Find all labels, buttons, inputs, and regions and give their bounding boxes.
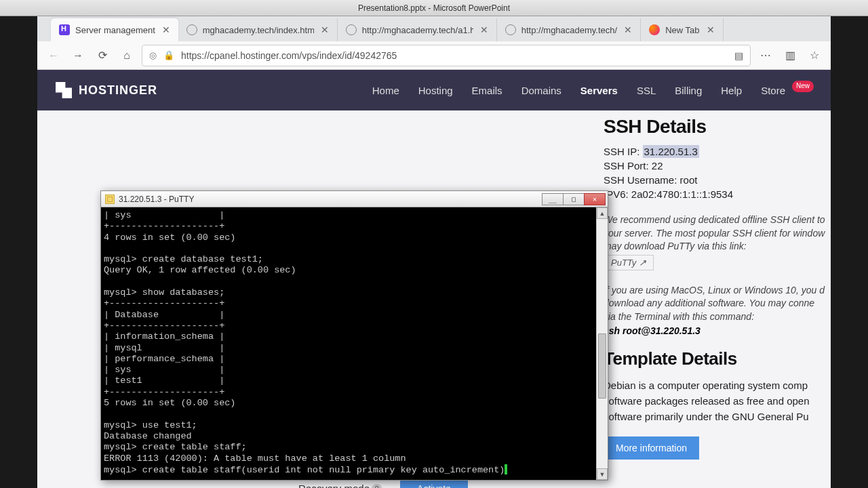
site-header: HOSTINGER HomeHostingEmailsDomainsServer… <box>37 70 831 110</box>
nav-home-button[interactable]: ⌂ <box>117 46 136 65</box>
browser-tab[interactable]: New Tab✕ <box>641 18 723 41</box>
tab-close-icon[interactable]: ✕ <box>623 24 633 35</box>
scroll-thumb[interactable] <box>598 333 606 399</box>
terminal-cursor <box>505 464 507 474</box>
template-description: Debian is a computer operating system co… <box>604 378 828 425</box>
page-content: HOSTINGER HomeHostingEmailsDomainsServer… <box>37 70 831 488</box>
minimize-button[interactable]: __ <box>542 193 564 205</box>
browser-tab[interactable]: http://mghacademy.tech/✕ <box>497 18 641 41</box>
nav-forward-button[interactable]: → <box>68 46 87 65</box>
putty-download-link[interactable]: PuTTy ↗ <box>604 255 654 270</box>
browser-tab[interactable]: http://mghacademy.tech/a1.ht✕ <box>338 18 497 41</box>
tracking-shield-icon: ◎ <box>149 50 157 60</box>
ssh-command: ssh root@31.220.51.3 <box>604 325 828 336</box>
tab-title: mghacademy.tech/index.html <box>203 25 314 35</box>
more-information-button[interactable]: More information <box>604 436 699 460</box>
url-text: https://cpanel.hostinger.com/vps/index/i… <box>181 50 728 61</box>
nav-link-emails[interactable]: Emails <box>472 85 502 96</box>
maximize-button[interactable]: □ <box>563 193 585 205</box>
hostinger-favicon-icon <box>59 24 70 35</box>
putty-titlebar[interactable]: 31.220.51.3 - PuTTY __ □ ✕ <box>101 191 608 207</box>
tab-title: New Tab <box>665 25 699 35</box>
firefox-favicon-icon <box>649 24 660 35</box>
nav-link-billing[interactable]: Billing <box>675 85 702 96</box>
putty-title-text: 31.220.51.3 - PuTTY <box>119 195 194 204</box>
nav-link-hosting[interactable]: Hosting <box>418 85 453 96</box>
ssh-details-heading: SSH Details <box>604 116 828 138</box>
ssh-recommend-text-2: If you are using MacOS, Linux or Windows… <box>604 284 828 324</box>
tab-close-icon[interactable]: ✕ <box>705 24 716 35</box>
logo-text: HOSTINGER <box>79 83 157 98</box>
new-badge: New <box>792 81 814 92</box>
scroll-down-arrow-icon[interactable]: ▼ <box>597 468 608 480</box>
nav-link-servers[interactable]: Servers <box>580 85 618 96</box>
ssh-ip-row: SSH IP: 31.220.51.3 <box>604 146 828 157</box>
ssh-ip-value[interactable]: 31.220.51.3 <box>643 145 699 158</box>
ssh-recommend-text: We recommend using dedicated offline SSH… <box>604 214 828 253</box>
ssh-ipv6-row: IPV6: 2a02:4780:1:1::1:9534 <box>604 188 828 200</box>
globe-favicon-icon <box>505 24 516 35</box>
primary-nav: HomeHostingEmailsDomainsServersSSLBillin… <box>372 85 814 96</box>
tab-title: Server management <box>75 25 155 35</box>
terminal-scrollbar[interactable]: ▲ ▼ <box>596 207 608 480</box>
tab-title: http://mghacademy.tech/a1.ht <box>362 25 473 35</box>
tab-close-icon[interactable]: ✕ <box>161 24 172 35</box>
close-button[interactable]: ✕ <box>584 193 606 205</box>
nav-link-help[interactable]: Help <box>721 85 742 96</box>
recovery-mode-label: Recovery mode? <box>298 483 387 489</box>
nav-link-home[interactable]: Home <box>372 85 399 96</box>
bookmark-star-icon[interactable]: ☆ <box>805 46 824 65</box>
logo-mark-icon <box>54 81 73 100</box>
library-icon[interactable]: ▥ <box>781 46 800 65</box>
terminal-output[interactable]: | sys | +--------------------+ 4 rows in… <box>104 210 608 477</box>
browser-tab[interactable]: Server management✕ <box>51 18 178 41</box>
lock-icon: 🔒 <box>163 50 174 60</box>
putty-window[interactable]: 31.220.51.3 - PuTTY __ □ ✕ | sys | +----… <box>100 190 608 481</box>
tab-strip: Server management✕mghacademy.tech/index.… <box>37 16 831 41</box>
nav-back-button[interactable]: ← <box>44 46 63 65</box>
reader-mode-icon[interactable]: ▤ <box>734 50 743 61</box>
tab-close-icon[interactable]: ✕ <box>319 24 330 35</box>
tab-close-icon[interactable]: ✕ <box>479 24 490 35</box>
hostinger-logo[interactable]: HOSTINGER <box>54 81 157 100</box>
ssh-user-row: SSH Username: root <box>604 174 828 186</box>
browser-tab[interactable]: mghacademy.tech/index.html✕ <box>178 18 338 41</box>
nav-link-store[interactable]: Store <box>761 85 785 96</box>
url-bar[interactable]: ◎ 🔒 https://cpanel.hostinger.com/vps/ind… <box>142 45 751 66</box>
template-details-heading: Template Details <box>604 348 828 369</box>
page-actions-icon[interactable]: ⋯ <box>756 46 775 65</box>
help-icon[interactable]: ? <box>371 484 382 489</box>
browser-window: Server management✕mghacademy.tech/index.… <box>37 16 831 488</box>
nav-link-ssl[interactable]: SSL <box>637 85 656 96</box>
globe-favicon-icon <box>346 24 357 35</box>
nav-link-domains[interactable]: Domains <box>521 85 561 96</box>
toolbar: ← → ⟳ ⌂ ◎ 🔒 https://cpanel.hostinger.com… <box>37 41 831 70</box>
ssh-port-row: SSH Port: 22 <box>604 160 828 171</box>
tab-title: http://mghacademy.tech/ <box>521 25 617 35</box>
scroll-up-arrow-icon[interactable]: ▲ <box>597 207 608 219</box>
globe-favicon-icon <box>186 24 197 35</box>
os-window-title: Presentation8.pptx - Microsoft PowerPoin… <box>0 0 868 16</box>
nav-reload-button[interactable]: ⟳ <box>93 46 112 65</box>
putty-icon <box>105 195 115 204</box>
sidebar-details: SSH Details SSH IP: 31.220.51.3 SSH Port… <box>604 116 831 460</box>
